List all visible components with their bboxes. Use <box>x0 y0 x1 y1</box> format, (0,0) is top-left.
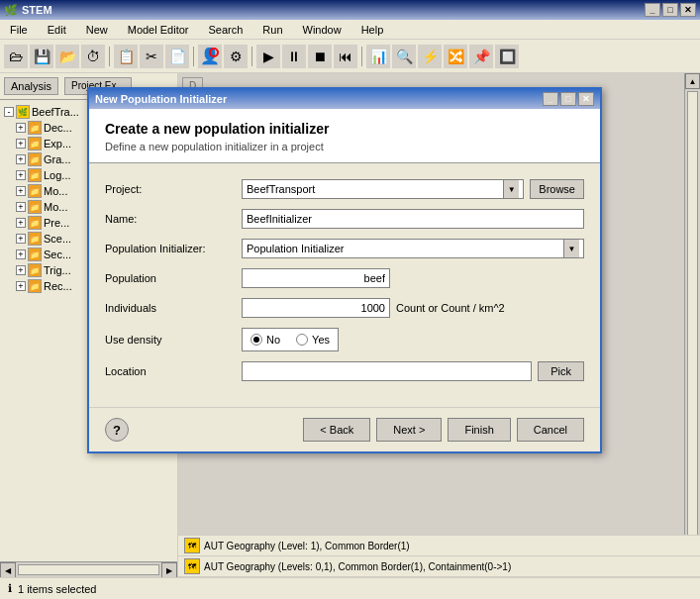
next-button[interactable]: Next > <box>376 418 442 442</box>
pop-init-dropdown-arrow[interactable]: ▼ <box>563 240 579 257</box>
back-button[interactable]: < Back <box>303 418 370 442</box>
cancel-button[interactable]: Cancel <box>517 418 584 442</box>
dialog-footer: ? < Back Next > Finish Cancel <box>89 407 600 451</box>
individuals-unit: Count or Count / km^2 <box>396 302 505 314</box>
pop-init-label: Population Initializer: <box>105 243 234 254</box>
radio-no-label: No <box>266 334 280 346</box>
pop-init-value: Population Initializer <box>247 243 344 254</box>
form-row-location: Location Pick <box>105 361 584 381</box>
dialog-maximize-button[interactable]: □ <box>560 92 576 106</box>
app-window: 🌿 STEM _ □ ✕ File Edit New Model Editor … <box>0 0 700 599</box>
individuals-control: Count or Count / km^2 <box>242 298 584 318</box>
pop-init-control: Population Initializer ▼ <box>242 239 584 258</box>
form-row-population: Population <box>105 268 584 288</box>
form-row-individuals: Individuals Count or Count / km^2 <box>105 298 584 318</box>
modal-overlay: New Population Initializer _ □ ✕ Create … <box>0 0 700 599</box>
project-value: BeefTransport <box>247 183 315 195</box>
dialog-close-button[interactable]: ✕ <box>578 92 594 106</box>
dialog-title: New Population Initializer <box>95 93 227 105</box>
dialog-header-title: Create a new population initializer <box>105 121 584 137</box>
population-label: Population <box>105 272 234 284</box>
pick-button[interactable]: Pick <box>538 361 584 381</box>
location-input[interactable] <box>242 361 532 381</box>
dialog-header: Create a new population initializer Defi… <box>89 109 600 163</box>
density-label: Use density <box>105 334 234 346</box>
project-dropdown-arrow[interactable]: ▼ <box>503 180 519 198</box>
density-control: No Yes <box>242 328 584 351</box>
dialog-titlebar: New Population Initializer _ □ ✕ <box>89 89 600 109</box>
name-control <box>242 209 584 229</box>
radio-yes-label: Yes <box>312 334 330 346</box>
dialog-header-subtitle: Define a new population initializer in a… <box>105 141 584 152</box>
radio-yes[interactable]: Yes <box>296 334 330 346</box>
dialog-body: Project: BeefTransport ▼ Browse Name: <box>89 163 600 407</box>
name-label: Name: <box>105 213 234 225</box>
name-input[interactable] <box>242 209 584 229</box>
radio-no-btn[interactable] <box>250 334 262 346</box>
dialog-minimize-button[interactable]: _ <box>543 92 558 106</box>
finish-button[interactable]: Finish <box>448 418 510 442</box>
density-radio-group: No Yes <box>242 328 339 351</box>
footer-left: ? <box>105 418 129 442</box>
form-row-name: Name: <box>105 209 584 229</box>
location-label: Location <box>105 365 234 377</box>
dialog-titlebar-controls: _ □ ✕ <box>543 92 594 106</box>
pop-init-dropdown[interactable]: Population Initializer ▼ <box>242 239 584 258</box>
browse-button[interactable]: Browse <box>530 179 584 199</box>
project-label: Project: <box>105 183 234 195</box>
radio-yes-btn[interactable] <box>296 334 308 346</box>
footer-right: < Back Next > Finish Cancel <box>303 418 584 442</box>
form-row-project: Project: BeefTransport ▼ Browse <box>105 179 584 199</box>
individuals-label: Individuals <box>105 302 234 314</box>
dialog-new-population-initializer: New Population Initializer _ □ ✕ Create … <box>87 87 602 453</box>
form-row-pop-init: Population Initializer: Population Initi… <box>105 239 584 258</box>
help-button[interactable]: ? <box>105 418 129 442</box>
population-control <box>242 268 584 288</box>
project-control: BeefTransport ▼ Browse <box>242 179 584 199</box>
project-dropdown[interactable]: BeefTransport ▼ <box>242 179 524 199</box>
radio-no[interactable]: No <box>250 334 280 346</box>
population-input[interactable] <box>242 268 390 288</box>
individuals-input[interactable] <box>242 298 390 318</box>
form-row-density: Use density No Yes <box>105 328 584 351</box>
location-control: Pick <box>242 361 584 381</box>
